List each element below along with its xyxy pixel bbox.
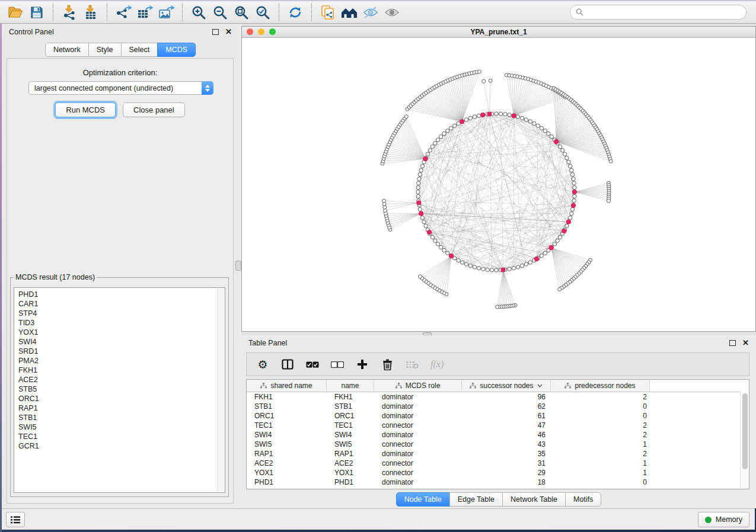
network-node[interactable]: [449, 126, 452, 130]
export-network-icon[interactable]: [113, 3, 134, 22]
table-row[interactable]: SWI4SWI4dominator462: [247, 430, 749, 440]
table-settings-gear-icon[interactable]: ⚙: [256, 357, 269, 371]
network-node[interactable]: [512, 266, 515, 270]
network-node[interactable]: [473, 115, 476, 118]
duplicate-network-icon[interactable]: [317, 3, 339, 22]
close-panel-icon[interactable]: ✕: [225, 29, 232, 35]
task-history-button[interactable]: [6, 512, 25, 527]
network-node[interactable]: [417, 177, 421, 181]
network-node[interactable]: [516, 265, 519, 269]
network-node[interactable]: [543, 251, 547, 255]
network-node[interactable]: [433, 239, 437, 242]
network-node[interactable]: [540, 126, 543, 130]
mcds-result-item[interactable]: RAP1: [18, 403, 225, 413]
zoom-in-icon[interactable]: [188, 3, 209, 22]
mcds-node[interactable]: [566, 220, 571, 225]
table-row[interactable]: RAP1RAP1dominator352: [247, 449, 749, 459]
table-tab-edge-table[interactable]: Edge Table: [449, 492, 503, 507]
network-node[interactable]: [499, 112, 502, 116]
network-node[interactable]: [482, 79, 486, 83]
show-columns-icon[interactable]: [281, 357, 294, 371]
tab-style[interactable]: Style: [88, 43, 122, 57]
network-node[interactable]: [495, 268, 498, 272]
mcds-node[interactable]: [562, 229, 567, 233]
export-image-icon[interactable]: [155, 3, 177, 22]
mcds-node[interactable]: [572, 190, 577, 194]
network-node[interactable]: [453, 124, 457, 127]
network-node[interactable]: [383, 206, 387, 209]
table-row[interactable]: PHD1PHD1dominator180: [247, 477, 749, 487]
network-node[interactable]: [528, 120, 532, 123]
network-node[interactable]: [570, 207, 574, 211]
network-node[interactable]: [496, 305, 499, 309]
network-node[interactable]: [503, 113, 507, 116]
network-node[interactable]: [417, 181, 420, 185]
network-node[interactable]: [464, 118, 468, 121]
network-node[interactable]: [528, 261, 532, 264]
network-node[interactable]: [477, 70, 481, 73]
network-node[interactable]: [570, 172, 574, 176]
network-node[interactable]: [489, 79, 492, 82]
network-node[interactable]: [556, 239, 559, 242]
mcds-node[interactable]: [512, 114, 516, 118]
network-node[interactable]: [445, 251, 449, 255]
select-all-rows-icon[interactable]: [306, 357, 319, 371]
network-node[interactable]: [536, 124, 540, 127]
network-node[interactable]: [486, 268, 489, 271]
maximize-traffic-light[interactable]: [269, 28, 276, 35]
mcds-result-item[interactable]: SWI4: [18, 337, 225, 347]
network-node[interactable]: [540, 254, 543, 257]
mcds-result-item[interactable]: TID3: [18, 318, 225, 328]
network-node[interactable]: [477, 114, 480, 117]
zoom-out-icon[interactable]: [209, 3, 231, 22]
mcds-result-item[interactable]: ORC1: [18, 394, 225, 403]
network-node[interactable]: [609, 159, 613, 163]
refresh-view-icon[interactable]: [285, 3, 306, 22]
network-node[interactable]: [464, 262, 468, 266]
network-node[interactable]: [572, 199, 576, 203]
network-node[interactable]: [520, 264, 524, 267]
network-node[interactable]: [468, 264, 472, 267]
network-node[interactable]: [457, 258, 460, 262]
first-neighbors-icon[interactable]: [339, 3, 360, 22]
column-header-shared-name[interactable]: shared name: [247, 380, 327, 392]
mcds-result-item[interactable]: STP4: [18, 309, 225, 318]
table-tab-node-table[interactable]: Node Table: [396, 492, 450, 507]
tab-network[interactable]: Network: [45, 43, 89, 57]
float-window-icon[interactable]: [729, 340, 736, 346]
close-panel-icon[interactable]: ✕: [742, 340, 749, 346]
mcds-node[interactable]: [480, 113, 485, 117]
table-row[interactable]: FKH1FKH1dominator962: [247, 392, 749, 402]
mcds-result-item[interactable]: GCR1: [18, 441, 225, 451]
import-table-icon[interactable]: [80, 3, 101, 22]
network-node[interactable]: [508, 113, 511, 117]
import-network-icon[interactable]: [59, 3, 80, 22]
network-node[interactable]: [561, 149, 564, 152]
network-node[interactable]: [532, 121, 536, 125]
network-node[interactable]: [524, 262, 528, 266]
network-node[interactable]: [436, 242, 439, 246]
column-header-successor-nodes[interactable]: successor nodes: [462, 380, 551, 392]
network-node[interactable]: [418, 172, 422, 176]
mcds-node[interactable]: [549, 245, 554, 250]
network-node[interactable]: [508, 267, 511, 271]
search-field[interactable]: [570, 5, 747, 20]
network-node[interactable]: [442, 248, 446, 252]
network-node[interactable]: [420, 216, 424, 219]
network-node[interactable]: [524, 118, 528, 121]
network-node[interactable]: [568, 216, 572, 219]
network-node[interactable]: [572, 181, 576, 185]
splitter-grip[interactable]: [235, 261, 241, 271]
network-canvas[interactable]: [242, 37, 755, 331]
network-node[interactable]: [433, 141, 437, 145]
table-tab-motifs[interactable]: Motifs: [565, 492, 601, 507]
mcds-node[interactable]: [571, 203, 576, 208]
network-node[interactable]: [573, 194, 576, 198]
network-node[interactable]: [547, 132, 550, 135]
mcds-node[interactable]: [487, 112, 492, 117]
deselect-all-rows-icon[interactable]: [331, 357, 344, 371]
mcds-node[interactable]: [427, 230, 432, 235]
network-node[interactable]: [473, 265, 476, 269]
mcds-result-item[interactable]: SWI5: [18, 422, 225, 432]
network-node[interactable]: [550, 134, 553, 138]
